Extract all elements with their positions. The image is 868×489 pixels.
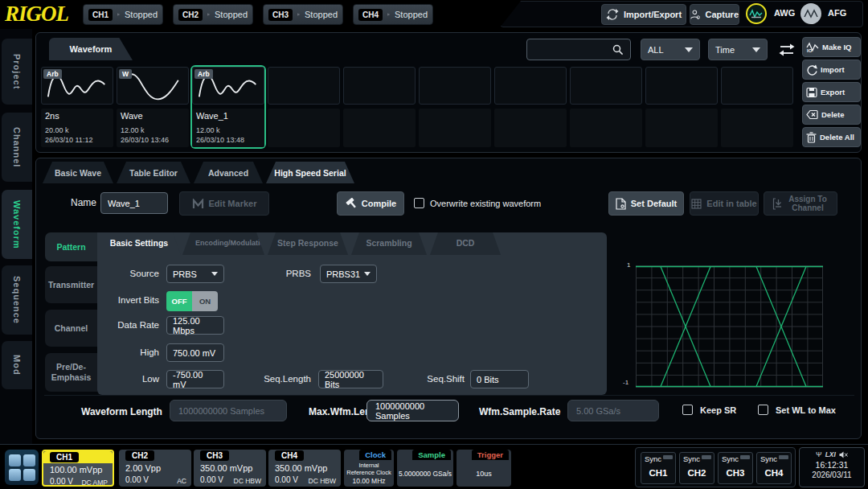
tab-table-editor[interactable]: Table Editor: [117, 162, 190, 183]
import-button[interactable]: Import: [802, 60, 861, 80]
compile-button[interactable]: Compile: [337, 191, 404, 216]
overwrite-checkbox[interactable]: [414, 198, 424, 208]
ch4-run-button[interactable]: CH4 Stopped: [353, 4, 433, 25]
assign-to-channel-button[interactable]: Assign To Channel: [764, 191, 837, 216]
sidebar-item-project[interactable]: Project: [2, 39, 32, 105]
waveform-size: 20.00 k: [45, 126, 69, 134]
setting-tab-dcd[interactable]: DCD: [430, 232, 501, 255]
ch1-run-button[interactable]: CH1 Stopped: [83, 4, 163, 25]
tab-advanced[interactable]: Advanced: [194, 162, 263, 183]
eye-top-label: 1: [627, 261, 630, 269]
name-input[interactable]: [108, 199, 161, 208]
low-field[interactable]: -750.00 mV: [166, 370, 224, 388]
ch3-run-button[interactable]: CH3 Stopped: [263, 4, 343, 25]
awg-label[interactable]: AWG: [774, 8, 795, 18]
browser-tab-waveform[interactable]: Waveform: [49, 38, 133, 60]
awg-screen: RIGOL CH1 Stopped CH2 Stopped CH3 Stoppe…: [0, 0, 868, 489]
trigger-status-chip[interactable]: Trigger 10us: [457, 450, 511, 487]
search-box[interactable]: [526, 39, 631, 60]
tab-basic-wave[interactable]: Basic Wave: [43, 162, 113, 183]
set-wl-to-max-checkbox[interactable]: [758, 405, 768, 415]
seq-length-field[interactable]: 25000000 Bits: [318, 370, 383, 388]
max-wfm-length-field[interactable]: 1000000000 Samples: [366, 400, 459, 421]
afg-label[interactable]: AFG: [828, 8, 846, 18]
toggle-on-option[interactable]: ON: [192, 291, 218, 311]
sync-ch1-button[interactable]: Sync CH1: [641, 452, 676, 484]
ch3-status-chip[interactable]: CH3 350.00 mVpp 0.00 V DC HBW: [194, 450, 266, 487]
setting-tab-basic-settings[interactable]: Basic Settings: [97, 232, 181, 255]
sidebar-item-mod[interactable]: Mod: [2, 341, 32, 389]
sidebar-item-waveform[interactable]: Waveform: [2, 190, 32, 259]
seq-shift-field[interactable]: 0 Bits: [470, 370, 529, 388]
ch2-run-button[interactable]: CH2 Stopped: [173, 4, 253, 25]
toggle-off-option[interactable]: OFF: [166, 291, 192, 311]
datetime-panel[interactable]: Ψ LXI 16:12:31 2026/03/11: [799, 447, 865, 487]
waveform-info: Wave 12.00 k 26/03/10 13:46: [117, 109, 189, 147]
sync-group-panel: Sync CH1 Sync CH2 Sync CH3 Sync CH4: [635, 447, 796, 487]
high-field[interactable]: 750.00 mV: [166, 343, 224, 362]
play-icon: [207, 9, 210, 20]
setting-tab-scrambling[interactable]: Scrambling: [351, 232, 427, 255]
side-tab-transmitter[interactable]: Transmitter: [45, 266, 97, 303]
sync-ch4-button[interactable]: Sync CH4: [756, 452, 792, 484]
ch4-status-chip[interactable]: CH4 350.00 mVpp 0.00 V DC HBW: [268, 450, 341, 487]
clock-status-chip[interactable]: Clock Internal Reference Clock 10.00 MHz: [344, 450, 394, 487]
set-wl-to-max-label: Set WL to Max: [776, 405, 836, 415]
trash-icon: [806, 132, 817, 143]
waveform-item-wave[interactable]: W Wave 12.00 k 26/03/10 13:46: [117, 67, 189, 147]
side-tab-pattern[interactable]: Pattern: [45, 232, 97, 261]
ch3-offset: 0.00 V: [200, 475, 223, 484]
clock-time: 16:12:31: [800, 460, 864, 470]
setting-tab-encoding-modulation[interactable]: Encoding/Modulation: [182, 232, 264, 255]
ch1-status-chip[interactable]: CH1 100.00 mVpp 0.00 V DC AMP: [42, 450, 114, 487]
waveform-date: 26/03/10 13:46: [121, 136, 169, 144]
sort-direction-button[interactable]: [774, 39, 800, 60]
edit-in-table-button[interactable]: Edit in table: [690, 191, 759, 216]
import-export-button[interactable]: Import/Export: [601, 4, 686, 25]
sync-label: Sync: [683, 454, 700, 463]
ch4-mode: DC HBW: [309, 477, 336, 485]
apps-grid-icon[interactable]: [5, 450, 39, 485]
sync-label: Sync: [760, 454, 777, 463]
make-iq-button[interactable]: IQ Make IQ: [802, 37, 861, 57]
waveform-item-wave-1-selected[interactable]: Arb Wave_1 12.00 k 26/03/10 13:48: [192, 67, 264, 147]
sync-ch3-button[interactable]: Sync CH3: [718, 452, 753, 484]
hammer-icon: [345, 198, 357, 210]
side-tab-channel[interactable]: Channel: [45, 310, 97, 347]
tab-high-speed-serial[interactable]: High Speed Serial: [266, 162, 354, 183]
set-default-button[interactable]: Set Default: [608, 191, 684, 216]
sync-ch2-button[interactable]: Sync CH2: [679, 452, 714, 484]
speaker-mute-icon: [839, 451, 848, 458]
setting-tab-step-response[interactable]: Step Response: [268, 232, 348, 255]
keep-sr-checkbox[interactable]: [682, 405, 693, 415]
edit-marker-button[interactable]: Edit Marker: [179, 191, 269, 216]
data-rate-field[interactable]: 125.00 Mbps: [166, 316, 224, 335]
delete-all-button[interactable]: Delete All: [802, 127, 861, 147]
ch4-label: CH4: [358, 9, 383, 21]
sample-tag: Sample: [412, 450, 451, 460]
sidebar-item-channel[interactable]: Channel: [2, 113, 32, 182]
prbs-dropdown[interactable]: PRBS31: [320, 265, 377, 283]
filter-type-dropdown[interactable]: ALL: [641, 39, 700, 60]
source-dropdown[interactable]: PRBS: [166, 265, 224, 283]
filter-sort-dropdown[interactable]: Time: [708, 39, 768, 60]
name-field[interactable]: [100, 192, 168, 214]
invert-bits-toggle[interactable]: OFF ON: [166, 291, 218, 311]
waveform-length-field-disabled: 1000000000 Samples: [170, 400, 287, 421]
afg-icon[interactable]: [800, 3, 821, 24]
clock-frequency: 10.00 MHz: [352, 477, 385, 485]
delete-button[interactable]: Delete: [802, 105, 861, 125]
export-button[interactable]: Export: [802, 82, 861, 102]
overwrite-label: Overwrite existing waveform: [430, 199, 541, 208]
waveform-item-2ns[interactable]: Arb 2ns 20.00 k 26/03/10 11:12: [41, 67, 113, 147]
sidebar-item-sequence[interactable]: Sequence: [2, 265, 32, 335]
side-tab-pre-de-emphasis[interactable]: Pre/De-Emphasis: [45, 353, 97, 392]
ch2-status: Stopped: [215, 10, 248, 19]
waveform-size: 12.00 k: [196, 126, 220, 134]
sample-status-chip[interactable]: Sample 5.0000000 GSa/s: [397, 450, 453, 487]
search-input[interactable]: [535, 45, 612, 55]
ch2-status-chip[interactable]: CH2 2.00 Vpp 0.00 V AC: [119, 450, 191, 487]
capture-button[interactable]: Capture: [690, 4, 739, 25]
ch1-tag: CH1: [50, 452, 79, 462]
awg-icon[interactable]: [746, 3, 767, 24]
